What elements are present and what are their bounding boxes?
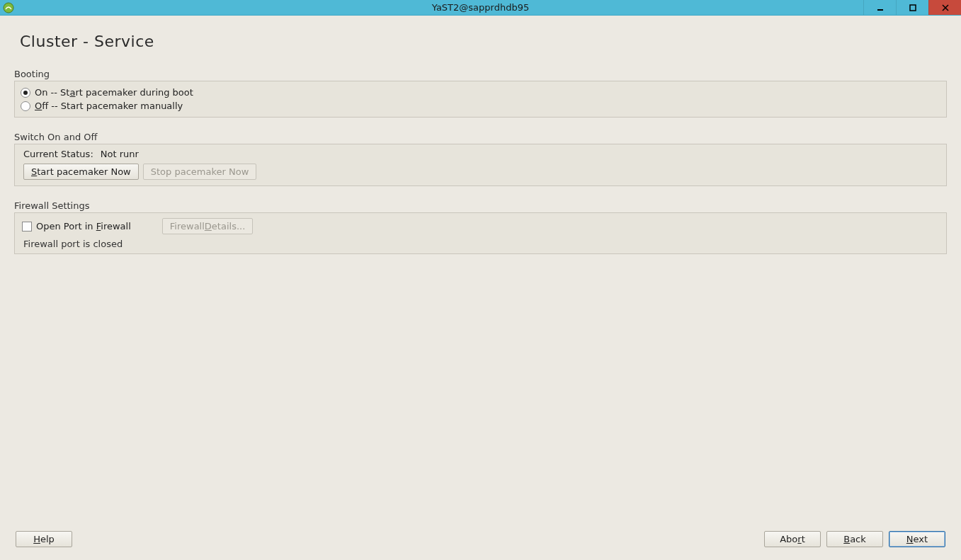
firewall-status: Firewall port is closed [21, 239, 940, 249]
status-row: Current Status: Not runr [21, 149, 940, 164]
status-label: Current Status: [23, 149, 93, 159]
next-button[interactable]: Next [889, 531, 945, 547]
spacer [14, 264, 947, 528]
minimize-button[interactable] [863, 0, 896, 15]
abort-button[interactable]: Abort [764, 531, 821, 547]
radio-icon [21, 101, 30, 111]
app-icon [3, 2, 14, 13]
maximize-button[interactable] [896, 0, 928, 15]
switch-group: Current Status: Not runr Start pacemaker… [14, 144, 947, 186]
booting-group: On -- Start pacemaker during boot Off --… [14, 81, 947, 118]
footer: Help Abort Back Next [14, 528, 947, 550]
stop-pacemaker-button: Stop pacemaker Now [143, 164, 257, 180]
switch-buttons: Start pacemaker Now Stop pacemaker Now [21, 164, 940, 181]
firewall-row: Open Port in Firewall Firewall Details..… [21, 217, 940, 239]
switch-label: Switch On and Off [14, 132, 947, 142]
svg-rect-2 [910, 5, 916, 11]
start-pacemaker-button[interactable]: Start pacemaker Now [23, 164, 139, 180]
content-area: Cluster - Service Booting On -- Start pa… [0, 16, 961, 560]
page-title: Cluster - Service [20, 33, 947, 50]
close-button[interactable] [928, 0, 961, 15]
firewall-label: Firewall Settings [14, 200, 947, 211]
status-value: Not runr [101, 149, 139, 159]
firewall-details-button: Firewall Details... [162, 218, 254, 234]
titlebar: YaST2@sapprdhdb95 [0, 0, 961, 16]
booting-on-row[interactable]: On -- Start pacemaker during boot [21, 86, 940, 99]
booting-off-label: Off -- Start pacemaker manually [35, 101, 183, 111]
svg-point-0 [4, 3, 13, 13]
main-panel: Cluster - Service Booting On -- Start pa… [3, 18, 958, 557]
back-button[interactable]: Back [826, 531, 883, 547]
firewall-group: Open Port in Firewall Firewall Details..… [14, 212, 947, 254]
checkbox-icon [22, 222, 32, 232]
svg-rect-1 [877, 9, 883, 11]
open-port-label: Open Port in Firewall [36, 221, 131, 232]
booting-off-row[interactable]: Off -- Start pacemaker manually [21, 99, 940, 113]
window-title: YaST2@sapprdhdb95 [0, 2, 961, 13]
radio-icon [21, 88, 30, 98]
booting-on-label: On -- Start pacemaker during boot [35, 87, 193, 98]
booting-label: Booting [14, 69, 947, 79]
help-button[interactable]: Help [16, 531, 72, 547]
open-port-checkbox[interactable]: Open Port in Firewall [22, 219, 131, 233]
footer-right: Abort Back Next [764, 531, 945, 547]
window-controls [863, 0, 961, 15]
